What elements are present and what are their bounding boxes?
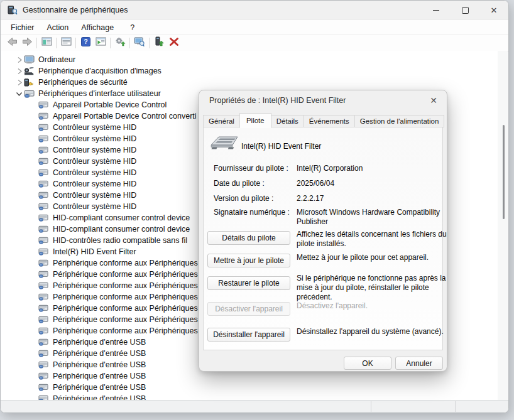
properties-icon [61,37,72,48]
export-list-toolbar-button[interactable] [93,36,108,50]
cancel-button[interactable]: Annuler [395,357,443,370]
menu-help[interactable]: ? [124,21,141,34]
tree-item-label: Périphériques de sécurité [38,78,128,87]
hid-device-icon [38,180,51,188]
update-driver-toolbar-button[interactable] [151,36,167,50]
ok-button[interactable]: OK [344,357,391,370]
tree-item-label: Périphérique conforme aux Périphériques … [53,281,204,290]
export-list-icon [96,37,106,48]
svg-text:?: ? [84,38,87,45]
tree-item-label: Contrôleur système HID [53,191,136,200]
tab-details[interactable]: Détails [271,115,304,127]
properties-dialog: Propriétés de : Intel(R) HID Event Filte… [199,90,447,372]
device-name: Intel(R) HID Event Filter [241,142,321,151]
toolbar-separator [56,38,57,48]
tree-item[interactable]: Périphérique d'entrée USB [1,393,498,400]
maximize-button[interactable] [451,1,479,19]
tree-item-label: Contrôleur système HID [53,134,136,143]
properties-toolbar-button[interactable] [58,36,74,50]
device-manager-icon [8,5,18,15]
scrollbar-track[interactable] [498,51,508,400]
back-icon [7,37,18,49]
driver-details-description: Affichez les détails concernant les fich… [297,230,447,249]
back-toolbar-button[interactable] [4,36,19,50]
update-driver-description: Mettez à jour le pilote pour cet apparei… [297,253,447,262]
screen: Gestionnaire de périphériques ✕ Fichier … [0,0,514,420]
console-tree-icon [41,37,52,48]
menu-fichier[interactable]: Fichier [4,21,41,34]
title-bar: Gestionnaire de périphériques ✕ [1,1,508,19]
uninstall-device-icon [169,37,179,49]
hid-device-icon [38,384,51,391]
tree-item[interactable]: Périphérique d'acquisition d'images [1,65,498,77]
driver-tab-page: Intel(R) HID Event Filter Fournisseur du… [203,127,443,350]
help-icon: ? [81,37,90,49]
hid-device-icon [38,112,51,120]
hid-device-icon [38,293,51,301]
tab-general[interactable]: Général [203,115,240,127]
toolbar-separator [36,38,37,48]
tree-item-label: Contrôleur système HID [53,123,136,132]
help-toolbar-button[interactable]: ? [78,36,93,50]
toolbar-separator [129,38,130,48]
minimize-button[interactable] [422,1,451,19]
hid-device-icon [38,372,51,380]
tree-item[interactable]: Ordinateur [1,54,498,65]
hid-device-icon [38,350,51,357]
driver-details-button[interactable]: Détails du pilote [207,231,290,245]
chevron-down-icon[interactable] [14,90,24,97]
tree-item-label: Contrôleur système HID [53,202,136,211]
toolbar-separator [110,38,111,48]
imaging-device-icon [24,67,36,75]
hid-device-icon [38,271,51,278]
uninstall-device-toolbar-button[interactable] [167,36,182,50]
forward-toolbar-button[interactable] [19,36,35,50]
scan-hardware-changes-toolbar-button[interactable] [112,36,128,50]
tree-item-label: Périphérique d'entrée USB [53,394,146,400]
remote-computer-toolbar-button[interactable] [132,36,147,50]
tab-pilote[interactable]: Pilote [239,113,271,128]
tab-evenements[interactable]: Événements [303,115,355,127]
forward-icon [22,37,33,49]
toolbar: ? [1,34,508,51]
tab-gestion-alimentation[interactable]: Gestion de l'alimentation [354,115,445,127]
update-driver-button[interactable]: Mettre à jour le pilote [207,254,290,267]
menu-bar: Fichier Action Affichage ? [1,19,508,35]
hid-device-icon [38,124,51,131]
tree-item-label: Périphérique d'acquisition d'images [38,67,161,75]
close-icon: ✕ [491,6,498,14]
tree-item-label: Périphérique conforme aux Périphériques … [53,259,204,267]
tree-item-label: Contrôleur système HID [53,157,136,166]
hid-device-icon [38,237,51,244]
dialog-tabs: Général Pilote Détails Événements Gestio… [203,114,444,127]
chevron-right-icon[interactable] [14,57,24,63]
tree-item-label: Périphérique d'entrée USB [53,349,146,358]
tree-item-label: Ordinateur [38,55,75,64]
tree-item-label: Appareil Portable Device Control [53,100,167,109]
menu-affichage[interactable]: Affichage [75,21,120,34]
dialog-title: Propriétés de : Intel(R) HID Event Filte… [209,96,346,105]
tree-item[interactable]: Périphérique d'entrée USB [1,370,498,382]
chevron-right-icon[interactable] [14,79,24,86]
tree-item[interactable]: Périphériques de sécurité [1,77,498,88]
tree-item[interactable]: Périphérique d'entrée USB [1,382,498,393]
tree-item-label: HID-contrôles radio compatible sans fil [53,236,187,245]
roll-back-driver-button[interactable]: Restaurer le pilote [207,276,290,290]
field-label-date: Date du pilote : [214,179,265,188]
window-title: Gestionnaire de périphériques [23,6,128,14]
chevron-right-icon[interactable] [14,68,24,75]
close-button[interactable]: ✕ [479,1,508,19]
uninstall-device-button[interactable]: Désinstaller l'appareil [207,328,290,342]
scrollbar-thumb[interactable] [503,125,505,219]
hid-device-icon [38,158,51,165]
hid-device-icon [38,214,51,222]
hid-device-icon [38,282,51,289]
tree-item-label: Périphérique conforme aux Périphériques … [53,326,204,335]
dialog-close-button[interactable]: ✕ [427,94,440,107]
tree-item-label: Périphérique d'entrée USB [53,360,146,369]
status-bar-divider [371,401,371,412]
menu-action[interactable]: Action [41,21,75,34]
minimize-icon [433,10,439,11]
console-tree-toolbar-button[interactable] [39,36,54,50]
hid-device-icon [38,259,51,267]
